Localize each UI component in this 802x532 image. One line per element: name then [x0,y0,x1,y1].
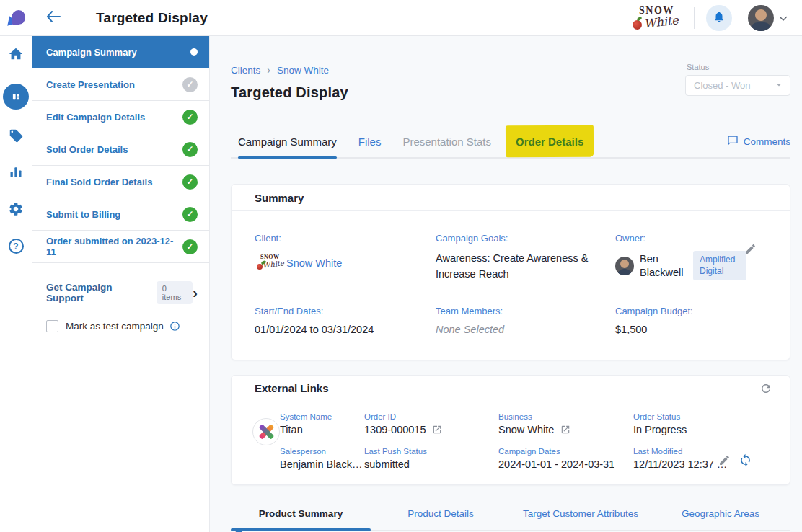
ext-field-salesperson: Salesperson Benjamin Black… [280,447,364,470]
nav-dashboard-active[interactable] [3,84,29,110]
campaign-steps-panel: Campaign Summary Create Presentation Edi… [32,36,210,532]
client-brand-logo: SNOW White [629,3,682,33]
active-dot-icon [190,48,198,56]
add-product-plus-icon[interactable]: + [235,525,242,532]
nav-help[interactable]: ? [9,239,24,254]
sync-icon[interactable] [739,453,752,467]
check-done-icon [182,207,198,222]
client-field: Client: SNOW White Snow White [255,233,436,283]
step-sold-order-details[interactable]: Sold Order Details [32,133,209,166]
tab-order-details-highlighted[interactable]: Order Details [506,125,594,157]
top-bar: Targeted Display SNOW White [0,0,802,36]
check-done-icon [182,239,198,254]
owner-org-badge: Amplified Digital [693,251,746,280]
divider [694,7,695,29]
chevron-right-icon: › [193,285,198,300]
breadcrumb-clients[interactable]: Clients [231,65,260,76]
summary-card: Summary Client: SNOW White Snow White [231,184,790,360]
check-done-icon [182,174,198,190]
adcellerant-logo-icon [6,9,26,27]
owner-avatar [615,257,634,275]
nav-tags[interactable] [9,128,24,146]
dashboard-icon [3,84,29,110]
ext-field-campaign-dates: Campaign Dates 2024-01-01 - 2024-03-31 [498,447,633,470]
step-edit-campaign-details[interactable]: Edit Campaign Details [32,101,209,133]
home-icon [8,46,24,65]
user-avatar [748,5,774,31]
bar-chart-icon [9,165,23,182]
ext-field-order-status: Order Status In Progress [633,412,772,435]
campaign-goals-field: Campaign Goals: Awareness: Create Awaren… [436,233,615,283]
tab-product-details[interactable]: Product Details [371,508,511,530]
client-link[interactable]: Snow White [286,257,342,269]
client-logo-icon: SNOW White [255,251,281,275]
titan-x-logo-icon [252,418,280,445]
gear-icon [8,201,24,220]
test-campaign-checkbox[interactable] [46,320,58,332]
product-tabs: Product Summary Product Details Target C… [231,508,790,531]
chevron-down-icon [779,12,788,25]
owner-field: Owner: Ben Blackwell Amplified Digital [615,233,767,283]
campaign-tabs: Campaign Summary Files Presentation Stat… [231,125,790,159]
ext-field-business: Business Snow White [498,412,633,435]
external-link-icon[interactable] [432,425,442,435]
main-content: Clients › Snow White Targeted Display St… [210,36,802,532]
back-button[interactable] [32,0,74,35]
get-campaign-support[interactable]: Get Campaign Support 0 items › [32,281,209,304]
summary-card-title: Summary [255,192,772,204]
chevron-right-icon: › [267,64,270,76]
check-done-icon [182,142,198,157]
external-link-icon[interactable] [560,425,570,435]
edit-owner-pencil-icon[interactable] [744,243,757,258]
status-control: Status Closed - Won [685,63,790,96]
tab-presentation-stats[interactable]: Presentation Stats [402,125,491,157]
notifications-button[interactable] [706,5,732,31]
breadcrumb-client-name[interactable]: Snow White [277,65,329,76]
comments-button[interactable]: Comments [727,135,790,148]
nav-home[interactable] [8,46,24,65]
external-links-title: External Links [255,382,759,394]
ext-field-system-name: System Name Titan [280,412,364,435]
app-logo[interactable] [0,0,32,35]
tab-files[interactable]: Files [358,125,382,157]
tab-product-summary[interactable]: Product Summary [231,508,371,530]
tag-icon [9,128,24,146]
dates-field: Start/End Dates: 01/01/2024 to 03/31/202… [255,306,436,335]
ext-field-last-push-status: Last Push Status submitted [364,447,498,470]
owner-name: Ben Blackwell [640,252,687,278]
step-final-sold-order-details[interactable]: Final Sold Order Details [32,166,209,198]
user-menu[interactable] [748,5,788,31]
icon-rail: ? [0,36,32,532]
bell-icon [713,10,726,26]
support-items-badge: 0 items [157,281,193,304]
step-campaign-summary[interactable]: Campaign Summary [32,36,209,68]
tab-geographic-areas[interactable]: Geographic Areas [651,508,790,530]
step-create-presentation[interactable]: Create Presentation [32,68,209,101]
test-campaign-row: Mark as test campaign [32,320,209,332]
back-arrow-icon [46,11,61,25]
nav-reports[interactable] [9,165,23,182]
help-icon: ? [9,239,24,254]
info-icon[interactable] [169,321,180,332]
chevron-down-icon [775,79,783,92]
comment-bubble-icon [727,135,739,148]
status-dropdown[interactable]: Closed - Won [685,75,790,96]
tab-target-customer-attributes[interactable]: Target Customer Attributes [511,508,651,530]
team-members-field: Team Members: None Selected [436,306,615,335]
status-label: Status [687,63,790,71]
refresh-icon[interactable] [759,382,772,395]
tab-campaign-summary[interactable]: Campaign Summary [238,125,337,157]
edit-pencil-icon[interactable] [718,454,731,466]
apple-icon [257,264,263,270]
budget-field: Campaign Budget: $1,500 [615,306,767,335]
nav-settings[interactable] [8,201,24,220]
step-submit-to-billing[interactable]: Submit to Billing [32,198,209,231]
check-pending-icon [182,77,198,92]
ext-field-order-id: Order ID 1309-000015 [364,412,498,435]
external-links-card: External Links System Name Titan Order I… [231,375,790,485]
window-title: Targeted Display [96,10,208,26]
apple-icon [633,20,642,30]
step-order-submitted[interactable]: Order submitted on 2023-12-11 [32,231,209,263]
check-done-icon [182,110,198,125]
